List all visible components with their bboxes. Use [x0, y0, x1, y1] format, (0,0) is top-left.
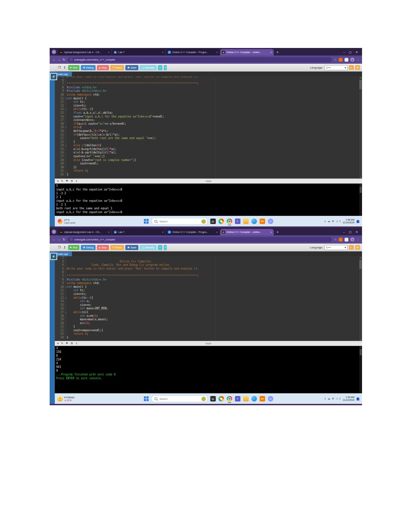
- site-info-icon[interactable]: ⓘ: [70, 58, 73, 61]
- search-input[interactable]: [159, 220, 200, 223]
- extension-icon-2[interactable]: [345, 238, 348, 242]
- tab-close-icon[interactable]: ✕: [162, 231, 164, 233]
- weather-widget[interactable]: 27°C Calm wind: [55, 219, 116, 224]
- code-editor[interactable]: 2 3 Online C++ Compiler. 4: [55, 256, 362, 341]
- taskbar-app-icon[interactable]: [219, 396, 224, 401]
- extension-icon-2[interactable]: [345, 58, 348, 62]
- site-info-icon[interactable]: ⓘ: [70, 238, 73, 241]
- forward-icon[interactable]: →: [58, 58, 61, 61]
- new-file-icon[interactable]: ❐: [58, 246, 61, 249]
- taskbar-app-icon[interactable]: [243, 396, 249, 401]
- settings-button[interactable]: ⚙: [355, 65, 360, 70]
- settings-button[interactable]: ⚙: [355, 245, 360, 250]
- tab-close-icon[interactable]: ✕: [162, 51, 164, 53]
- minimize-button[interactable]: –: [343, 231, 345, 234]
- minimize-button[interactable]: –: [343, 51, 345, 54]
- refresh-icon[interactable]: ↻: [63, 58, 65, 61]
- console-output[interactable]: 5 input a,b,c for the equation ax^2+bx+c…: [55, 184, 362, 216]
- stock-widget[interactable]: ▼ PYPANG -4.21%: [55, 396, 116, 401]
- tab-close-icon[interactable]: ✕: [108, 231, 110, 233]
- tab-close-icon[interactable]: ✕: [216, 231, 218, 233]
- taskbar-app-icon[interactable]: ▤: [210, 396, 216, 401]
- browser-tab[interactable]: Bb Upload Assignment Lab 4 - CS... ✕: [58, 49, 112, 55]
- browser-tab[interactable]: Bb Upload Assignment Lab 4 - CS... ✕: [58, 229, 112, 235]
- notifications-bell-icon[interactable]: [357, 220, 359, 223]
- new-tab-button[interactable]: +: [276, 230, 278, 234]
- back-icon[interactable]: ←: [52, 238, 55, 241]
- taskbar-app-icon[interactable]: [251, 219, 257, 224]
- maximize-button[interactable]: ▢: [349, 231, 352, 234]
- tray-icon[interactable]: ⚙: [332, 220, 334, 223]
- beautify-button[interactable]: { }Beautify: [140, 245, 156, 250]
- browser-tab[interactable]: P Online C++ Compiler - Progra... ✕: [166, 49, 220, 55]
- browser-menu-icon[interactable]: ⋮: [357, 238, 359, 241]
- taskbar-app-icon[interactable]: [243, 219, 249, 224]
- back-icon[interactable]: ←: [52, 58, 55, 61]
- search-input[interactable]: [159, 397, 200, 401]
- debug-button[interactable]: ◉Debug: [81, 65, 96, 70]
- browser-tab[interactable]: W Lab 7 ✕: [112, 49, 166, 55]
- taskbar-app-icon[interactable]: GD: [260, 396, 265, 401]
- start-button[interactable]: [144, 396, 149, 401]
- tray-icon[interactable]: ▯: [339, 397, 341, 400]
- new-file-icon[interactable]: ❐: [58, 66, 61, 69]
- console-scrollbar[interactable]: ▲: [359, 184, 362, 216]
- browser-tab[interactable]: ⚡ Online C++ Compiler - online... ✕: [220, 229, 274, 235]
- taskbar-app-icon[interactable]: [227, 219, 232, 224]
- language-select[interactable]: C++▾: [324, 65, 348, 70]
- taskbar-app-icon[interactable]: [219, 219, 224, 224]
- debug-button[interactable]: ◉Debug: [81, 245, 96, 250]
- tray-icon[interactable]: ▯: [339, 220, 341, 223]
- tray-icon[interactable]: ◁: [336, 397, 337, 400]
- taskbar-app-icon[interactable]: [251, 396, 257, 401]
- more-dropdown-button[interactable]: ▾: [164, 65, 167, 70]
- console-scrollbar[interactable]: ▲: [359, 346, 362, 393]
- theme-button[interactable]: ◐: [349, 245, 354, 250]
- taskbar-clock[interactable]: 1:53 AM 11/14/2024: [342, 396, 354, 402]
- profile-avatar[interactable]: ●: [350, 58, 354, 62]
- address-pill[interactable]: ⓘ onlinegdb.com/online_c++_compiler: [67, 237, 332, 242]
- browser-tab[interactable]: P Online C++ Compiler - Progra... ✕: [166, 229, 220, 235]
- share-button[interactable]: ⟲Share: [110, 245, 124, 250]
- download-button[interactable]: ⇓: [158, 65, 162, 70]
- taskbar-clock[interactable]: 1:56 AM 11/14/2024: [342, 219, 354, 224]
- taskbar-search[interactable]: [151, 395, 208, 402]
- taskbar-app-icon[interactable]: D: [268, 396, 273, 401]
- tab-close-icon[interactable]: ✕: [216, 51, 218, 53]
- code-editor[interactable]: 5 Write your code in this editor and pre…: [55, 76, 362, 178]
- file-tab[interactable]: main.cpp: [55, 72, 72, 76]
- tab-close-icon[interactable]: ✕: [270, 231, 272, 233]
- tab-close-icon[interactable]: ✕: [270, 51, 272, 53]
- extension-icon[interactable]: [339, 58, 342, 62]
- tray-icon[interactable]: ☁: [328, 220, 330, 223]
- profile-avatar[interactable]: ●: [350, 237, 354, 242]
- browser-tab[interactable]: ⚡ Online C++ Compiler - online... ✕: [220, 49, 274, 55]
- close-button[interactable]: ✕: [356, 51, 358, 54]
- new-tab-button[interactable]: +: [276, 50, 278, 54]
- gdb-logo-icon[interactable]: ⚡: [50, 253, 57, 260]
- forward-icon[interactable]: →: [58, 238, 61, 241]
- theme-button[interactable]: ◐: [349, 65, 354, 70]
- console-output[interactable]: 3 156 6 234 4 941 9: [55, 346, 362, 393]
- taskbar-app-icon[interactable]: D: [268, 219, 273, 224]
- tray-icon[interactable]: ∧: [324, 397, 326, 400]
- run-button[interactable]: ▶Run: [68, 245, 80, 250]
- refresh-icon[interactable]: ↻: [63, 238, 65, 241]
- run-button[interactable]: ▶Run: [68, 65, 80, 70]
- notifications-bell-icon[interactable]: [357, 397, 359, 400]
- taskbar-app-icon[interactable]: ▤: [210, 219, 216, 224]
- gdb-logo-icon[interactable]: ⚡: [50, 73, 57, 80]
- maximize-button[interactable]: ▢: [349, 51, 352, 54]
- browser-tab[interactable]: W Lab 7 ✕: [112, 229, 166, 235]
- bookmark-star-icon[interactable]: ☆: [334, 58, 337, 61]
- tab-search-icon[interactable]: v: [52, 230, 56, 234]
- language-select[interactable]: C++▾: [324, 245, 348, 250]
- extension-icon[interactable]: [339, 238, 342, 242]
- scrollbar-thumb[interactable]: [359, 80, 362, 89]
- taskbar-app-icon[interactable]: T: [235, 219, 240, 224]
- stop-button[interactable]: ■Stop: [97, 245, 109, 250]
- share-button[interactable]: ⟲Share: [110, 65, 124, 70]
- scrollbar-thumb[interactable]: [359, 260, 362, 269]
- taskbar-app-icon[interactable]: [227, 396, 232, 401]
- tab-search-icon[interactable]: v: [52, 50, 56, 54]
